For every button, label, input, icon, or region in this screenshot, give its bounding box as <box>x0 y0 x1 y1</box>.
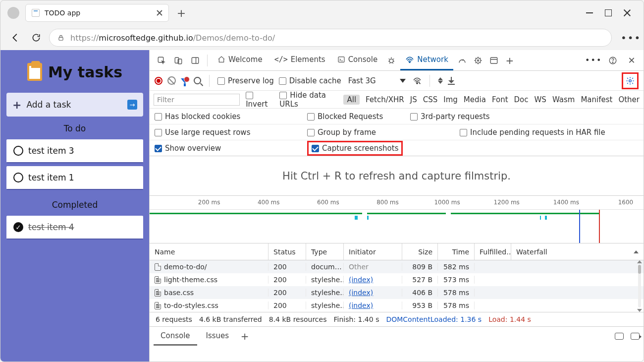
window-minimize-button[interactable] <box>586 9 593 16</box>
filter-all-button[interactable]: All <box>343 95 360 105</box>
svg-point-11 <box>477 60 479 61</box>
gear-icon <box>626 76 635 85</box>
dock-side-icon[interactable] <box>188 54 202 67</box>
task-item[interactable]: test item 3 <box>6 139 143 163</box>
check-icon[interactable]: ✓ <box>13 222 23 232</box>
filter-type-doc[interactable]: Doc <box>514 95 529 104</box>
invert-checkbox[interactable]: Invert <box>246 91 273 109</box>
blocked-requests-checkbox[interactable]: Blocked Requests <box>307 112 383 121</box>
pending-har-checkbox[interactable]: Include pending requests in HAR file <box>460 128 605 137</box>
completed-section-label: Completed <box>6 196 143 213</box>
window-close-button[interactable] <box>624 9 631 16</box>
filter-type-media[interactable]: Media <box>464 95 486 104</box>
caret-down-icon <box>400 79 406 83</box>
filter-type-js[interactable]: JS <box>410 95 417 104</box>
import-har-icon[interactable] <box>438 77 443 84</box>
favicon-icon <box>32 9 40 17</box>
table-row[interactable]: demo-to-do/200docum…Other809 B582 ms <box>150 260 644 273</box>
new-tab-button[interactable]: + <box>173 4 190 21</box>
nav-refresh-button[interactable] <box>28 30 44 46</box>
filter-type-wasm[interactable]: Wasm <box>552 95 575 104</box>
add-task-button[interactable]: + Add a task → <box>6 93 143 117</box>
tab-console[interactable]: Console <box>332 51 383 70</box>
file-icon <box>155 263 161 271</box>
browser-tab[interactable]: TODO app <box>25 4 169 22</box>
filter-type-fetch-xhr[interactable]: Fetch/XHR <box>366 95 404 104</box>
filmstrip-hint: Hit Ctrl + R to refresh and capture film… <box>150 156 644 196</box>
table-row[interactable]: light-theme.css200styleshe…(index)527 B5… <box>150 273 644 286</box>
filter-type-other[interactable]: Other <box>618 95 640 104</box>
filter-input[interactable]: Filter <box>154 94 240 106</box>
drawer-expand-icon[interactable] <box>631 333 640 340</box>
performance-icon[interactable] <box>455 54 469 67</box>
tab-network[interactable]: Network <box>400 51 453 70</box>
disable-cache-checkbox[interactable]: Disable cache <box>279 76 341 85</box>
filter-type-css[interactable]: CSS <box>423 95 438 104</box>
hide-data-urls-checkbox[interactable]: Hide data URLs <box>279 91 337 109</box>
drawer-icon-1[interactable] <box>615 333 624 340</box>
svg-point-9 <box>409 62 410 63</box>
app-title: My tasks <box>48 63 122 81</box>
show-overview-checkbox[interactable]: Show overview <box>155 144 221 153</box>
timeline-tick: 400 ms <box>258 199 280 206</box>
devtools-menu-button[interactable]: ••• <box>585 56 601 65</box>
throttling-dropdown[interactable]: Fast 3G <box>346 76 408 85</box>
more-tabs-button[interactable]: + <box>503 54 517 67</box>
drawer-add-tab-button[interactable]: + <box>238 329 252 343</box>
svg-point-16 <box>417 82 418 83</box>
radio-icon[interactable] <box>13 146 23 156</box>
svg-rect-4 <box>192 58 199 63</box>
filter-type-ws[interactable]: WS <box>535 95 546 104</box>
application-icon[interactable] <box>487 54 501 67</box>
table-row[interactable]: base.css200styleshe…(index)406 B578 ms <box>150 286 644 299</box>
task-item[interactable]: test item 1 <box>6 166 143 190</box>
drawer-tab-console[interactable]: Console <box>154 327 197 346</box>
tab-close-icon[interactable] <box>157 10 162 16</box>
task-item-completed[interactable]: ✓test item 4 <box>6 216 143 240</box>
memory-icon[interactable] <box>471 54 485 67</box>
filter-toggle-icon[interactable] <box>181 78 189 83</box>
group-by-frame-checkbox[interactable]: Group by frame <box>307 128 376 137</box>
nav-back-button[interactable] <box>7 30 23 46</box>
export-har-icon[interactable] <box>448 77 455 85</box>
radio-icon[interactable] <box>13 173 23 182</box>
timeline-tick: 200 ms <box>198 199 220 206</box>
devtools-close-button[interactable]: ✕ <box>625 54 639 67</box>
plus-icon: + <box>12 99 21 111</box>
inspect-element-icon[interactable] <box>155 54 168 67</box>
table-row[interactable]: to-do-styles.css200styleshe…(index)953 B… <box>150 299 644 312</box>
file-icon <box>155 302 161 309</box>
todo-section-label: To do <box>6 120 143 136</box>
browser-menu-button[interactable]: ••• <box>621 32 637 44</box>
preserve-log-checkbox[interactable]: Preserve log <box>217 76 274 85</box>
svg-point-10 <box>476 58 481 63</box>
profile-avatar[interactable] <box>7 7 19 19</box>
drawer-tab-issues[interactable]: Issues <box>199 327 236 346</box>
svg-rect-0 <box>59 37 63 40</box>
table-header[interactable]: Name Status Type Initiator Size Time Ful… <box>150 243 644 260</box>
clear-button[interactable] <box>167 76 176 85</box>
timeline-overview[interactable]: 200 ms400 ms600 ms800 ms1000 ms1200 ms14… <box>150 196 644 243</box>
table-scrollbar[interactable] <box>637 260 643 312</box>
filter-type-img[interactable]: Img <box>443 95 458 104</box>
timeline-tick: 1400 ms <box>553 199 579 206</box>
help-icon[interactable] <box>606 54 620 67</box>
todo-app-pane: My tasks + Add a task → To do test item … <box>0 50 149 362</box>
device-toggle-icon[interactable] <box>171 54 185 67</box>
timeline-tick: 1200 ms <box>494 199 520 206</box>
third-party-requests-checkbox[interactable]: 3rd-party requests <box>410 112 490 121</box>
has-blocked-cookies-checkbox[interactable]: Has blocked cookies <box>155 112 240 121</box>
filter-type-manifest[interactable]: Manifest <box>581 95 612 104</box>
record-button[interactable] <box>155 77 162 85</box>
debugger-icon[interactable] <box>384 54 398 67</box>
search-icon[interactable] <box>194 77 201 84</box>
tab-welcome[interactable]: Welcome <box>213 51 268 70</box>
network-conditions-icon[interactable] <box>413 77 422 84</box>
tab-elements[interactable]: </>Elements <box>269 51 330 70</box>
network-settings-button[interactable] <box>622 72 639 89</box>
address-bar[interactable]: https://microsoftedge.github.io/Demos/de… <box>49 29 612 47</box>
filter-type-font[interactable]: Font <box>492 95 508 104</box>
window-maximize-button[interactable] <box>605 9 612 16</box>
capture-screenshots-checkbox[interactable]: Capture screenshots <box>312 144 398 153</box>
large-request-rows-checkbox[interactable]: Use large request rows <box>155 128 250 137</box>
